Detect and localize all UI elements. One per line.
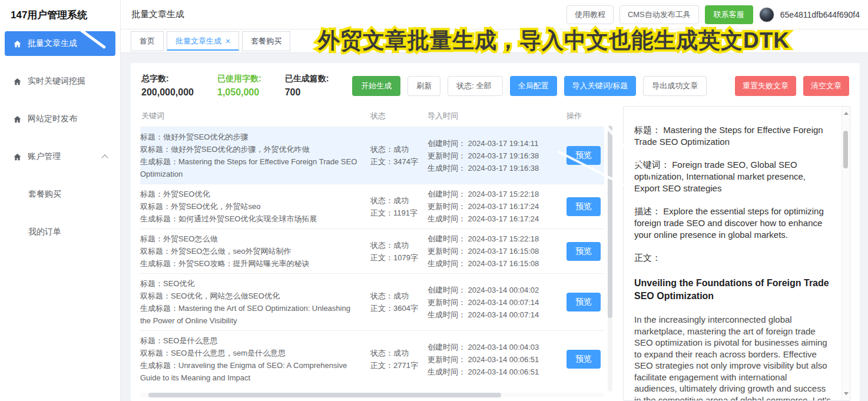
- export-success-button[interactable]: 导出成功文章: [643, 76, 707, 96]
- tab-label: 批量文章生成: [175, 36, 221, 47]
- sidebar-item-scheduled-publish[interactable]: 网站定时发布: [5, 107, 115, 131]
- cms-tool-button[interactable]: CMS自动发布工具: [619, 5, 699, 24]
- table-row[interactable]: 标题：SEO优化 双标题：SEO优化，网站怎么做SEO优化 生成标题：Maste…: [140, 273, 604, 330]
- table-row[interactable]: 标题：外贸SEO怎么做 双标题：外贸SEO怎么做，seo外贸网站制作 生成标题：…: [140, 228, 604, 273]
- scroll-down-arrow-icon[interactable]: [844, 392, 849, 395]
- tab-close-icon[interactable]: ×: [226, 38, 230, 44]
- row-wordcount: 正文：3474字: [370, 155, 428, 168]
- home-icon: [13, 39, 22, 48]
- preview-description: 描述： Explore the essential steps for opti…: [634, 206, 831, 241]
- sidebar-subitem-label: 我的订单: [28, 227, 61, 237]
- main-area: 批量文章生成 使用教程 CMS自动发布工具 联系客服 65e4811dfb644…: [121, 0, 868, 401]
- breadcrumb: 批量文章生成: [131, 9, 184, 20]
- preview-section-heading: Unveiling the Foundations of Foreign Tra…: [634, 277, 831, 303]
- preview-keywords: 关键词： Foreign trade SEO, Global SEO optim…: [634, 159, 831, 194]
- row-status: 状态：成功: [370, 194, 428, 207]
- start-generate-button[interactable]: 开始生成: [352, 76, 400, 96]
- user-id: 65e4811dfb644f690f4: [780, 10, 860, 19]
- row-created-time: 创建时间： 2024-03-17 15:22:18: [428, 233, 566, 245]
- row-generated-time: 生成时间： 2024-03-14 00:07:14: [428, 309, 566, 321]
- app-window: 147用户管理系统 批量文章生成 实时关键词挖掘 网站定时发布 账户管理: [0, 0, 868, 401]
- home-icon: [13, 115, 22, 124]
- table-horizontal-scrollbar[interactable]: [140, 393, 604, 397]
- cursor-trail: [79, 31, 107, 49]
- tab-batch-article-generation[interactable]: 批量文章生成 ×: [167, 31, 239, 51]
- preview-button[interactable]: 预览: [566, 146, 601, 165]
- row-wordcount: 正文：1079字: [370, 251, 428, 264]
- row-double-title: 双标题：SEO是什么意思，sem是什么意思: [140, 347, 362, 359]
- chevron-up-icon: [101, 154, 108, 161]
- preview-button[interactable]: 预览: [566, 242, 601, 261]
- article-preview-panel: 标题： Mastering the Steps for Effective Fo…: [623, 106, 850, 401]
- stat-total-words: 总字数: 200,000,000: [141, 74, 194, 98]
- row-updated-time: 更新时间： 2024-03-17 16:17:24: [428, 200, 566, 213]
- sidebar-item-label: 批量文章生成: [28, 38, 77, 49]
- clear-articles-button[interactable]: 清空文章: [803, 76, 849, 96]
- stat-value: 200,000,000: [141, 87, 194, 98]
- row-wordcount: 正文：3604字: [370, 302, 428, 314]
- stat-value: 1,050,000: [217, 87, 261, 98]
- row-generated-title: 生成标题：如何通过外贸SEO优化实现全球市场拓展: [140, 213, 362, 225]
- row-title: 标题：外贸SEO优化: [140, 188, 362, 200]
- scrollbar-thumb[interactable]: [148, 393, 501, 397]
- row-status: 状态：成功: [370, 143, 428, 155]
- sidebar: 147用户管理系统 批量文章生成 实时关键词挖掘 网站定时发布 账户管理: [0, 0, 121, 401]
- stat-label: 已生成篇数:: [285, 74, 329, 84]
- tab-label: 首页: [140, 36, 155, 47]
- table-row[interactable]: 标题：外贸SEO优化 双标题：外贸SEO优化，外贸站seo 生成标题：如何通过外…: [140, 184, 604, 228]
- scrollbar-thumb[interactable]: [608, 126, 612, 318]
- row-generated-title: 生成标题：外贸SEO攻略：提升网站曝光率的秘诀: [140, 257, 362, 270]
- sidebar-subitem-my-orders[interactable]: 我的订单: [0, 220, 120, 244]
- row-generated-title: 生成标题：Mastering the Steps for Effective F…: [140, 155, 362, 180]
- import-keywords-button[interactable]: 导入关键词/标题: [564, 76, 637, 96]
- scroll-up-arrow-icon[interactable]: [844, 112, 849, 115]
- preview-button[interactable]: 预览: [566, 350, 601, 369]
- table-vertical-scrollbar[interactable]: [608, 125, 612, 392]
- sidebar-subitem-package-purchase[interactable]: 套餐购买: [0, 182, 120, 207]
- row-double-title: 双标题：外贸SEO怎么做，seo外贸网站制作: [140, 245, 362, 257]
- row-updated-time: 更新时间： 2024-03-17 16:15:08: [428, 245, 566, 257]
- scrollbar-thumb[interactable]: [843, 131, 848, 168]
- sidebar-item-account-management[interactable]: 账户管理: [5, 144, 115, 169]
- table-row[interactable]: 标题：SEO是什么意思 双标题：SEO是什么意思，sem是什么意思 生成标题：U…: [140, 330, 604, 387]
- row-title: 标题：SEO优化: [140, 277, 362, 290]
- sidebar-item-label: 网站定时发布: [28, 114, 77, 124]
- sidebar-item-keyword-mining[interactable]: 实时关键词挖掘: [5, 69, 115, 94]
- preview-button[interactable]: 预览: [566, 293, 601, 311]
- content-card: 总字数: 200,000,000 已使用字数: 1,050,000 已生成篇数:…: [131, 63, 860, 401]
- row-status: 状态：成功: [370, 290, 428, 302]
- row-generated-time: 生成时间： 2024-03-17 16:15:08: [428, 257, 566, 270]
- tab-label: 套餐购买: [251, 36, 281, 47]
- tab-bar: 首页 批量文章生成 × 套餐购买: [121, 29, 868, 53]
- preview-button[interactable]: 预览: [566, 197, 601, 216]
- global-config-button[interactable]: 全局配置: [510, 76, 557, 96]
- content-row: 关键词 状态 导入时间 操作 标题：做好外贸SEO优化的步骤 双标题：做好外贸S…: [140, 106, 850, 401]
- contact-support-button[interactable]: 联系客服: [705, 5, 753, 24]
- row-double-title: 双标题：SEO优化，网站怎么做SEO优化: [140, 290, 362, 302]
- preview-scrollbar[interactable]: [842, 107, 849, 400]
- row-generated-title: 生成标题：Mastering the Art of SEO Optimizati…: [140, 302, 362, 327]
- tutorial-button[interactable]: 使用教程: [566, 5, 614, 24]
- tab-home[interactable]: 首页: [131, 31, 164, 51]
- stat-label: 总字数:: [141, 74, 194, 84]
- row-title: 标题：SEO是什么意思: [140, 334, 362, 347]
- preview-body-label: 正文：: [634, 252, 831, 264]
- row-wordcount: 正文：1191字: [370, 207, 428, 219]
- preview-paragraph: In the increasingly interconnected globa…: [634, 314, 831, 401]
- refresh-button[interactable]: 刷新: [408, 76, 440, 96]
- row-created-time: 创建时间： 2024-03-14 00:04:02: [428, 284, 566, 296]
- row-wordcount: 正文：2771字: [370, 359, 428, 372]
- row-updated-time: 更新时间： 2024-03-14 00:06:51: [428, 353, 566, 366]
- workspace: 总字数: 200,000,000 已使用字数: 1,050,000 已生成篇数:…: [121, 53, 868, 401]
- sidebar-item-batch-article-generation[interactable]: 批量文章生成: [5, 31, 115, 56]
- table-row[interactable]: 标题：做好外贸SEO优化的步骤 双标题：做好外贸SEO优化的步骤，外贸优化咋做 …: [140, 127, 604, 184]
- app-title: 147用户管理系统: [0, 0, 120, 31]
- avatar[interactable]: [759, 7, 774, 22]
- row-title: 标题：做好外贸SEO优化的步骤: [140, 131, 362, 143]
- row-created-time: 创建时间： 2024-03-14 00:04:03: [428, 341, 566, 353]
- tab-package-purchase[interactable]: 套餐购买: [242, 31, 290, 51]
- stat-generated-articles: 已生成篇数: 700: [285, 74, 329, 98]
- home-icon: [13, 77, 22, 86]
- reset-failed-button[interactable]: 重置失败文章: [735, 76, 796, 96]
- status-filter-select[interactable]: 状态: 全部: [448, 76, 502, 96]
